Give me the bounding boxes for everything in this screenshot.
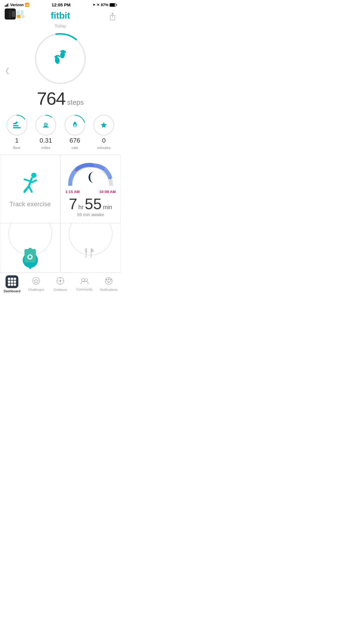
cals-value: 676 (69, 137, 80, 144)
minutes-value: 0 (102, 137, 106, 144)
miles-value: 0.31 (40, 137, 52, 144)
svg-point-49 (82, 279, 85, 281)
app-header: ((·)) fitbit (0, 8, 121, 23)
nav-community[interactable]: Community (72, 277, 96, 291)
status-bar: Verizon 📶 12:05 PM ➤ ⨯️ 87% (0, 0, 121, 8)
metric-minutes[interactable]: 0 minutes (93, 115, 114, 150)
svg-point-36 (29, 256, 31, 258)
log-icon (22, 247, 38, 264)
nav-dashboard-label: Dashboard (4, 289, 20, 293)
metrics-row: 1 floor 0.31 miles (0, 112, 121, 155)
metric-floors[interactable]: 1 floor (6, 115, 27, 150)
bottom-nav: Dashboard Challenges Guidance (0, 273, 121, 298)
steps-circle (33, 31, 88, 86)
svg-point-53 (108, 279, 109, 280)
minutes-circle (93, 115, 114, 136)
exercise-card[interactable]: Track exercise (0, 155, 60, 223)
dashboard-icon (6, 275, 18, 288)
device-battery (17, 15, 23, 18)
steps-count: 764 (37, 88, 65, 109)
sleep-awake-label: 59 min awake (77, 212, 104, 217)
svg-point-50 (85, 279, 87, 281)
wifi-icon: 📶 (25, 3, 29, 7)
device-row: ((·)) (5, 8, 24, 20)
svg-marker-42 (34, 279, 38, 283)
nav-dashboard[interactable]: Dashboard (0, 275, 24, 293)
minutes-label: minutes (97, 146, 110, 150)
nav-challenges[interactable]: Challenges (24, 277, 48, 291)
date-label: Today (0, 23, 121, 29)
miles-label: miles (41, 146, 50, 150)
sleep-hours-value: 7 (69, 196, 77, 211)
sleep-hr-unit: hr (78, 204, 84, 211)
sleep-end-time: 10:09 AM (99, 190, 116, 194)
status-right: ➤ ⨯️ 87% (93, 3, 116, 7)
nav-community-label: Community (76, 288, 93, 291)
nav-notifications-label: Notifications (100, 288, 117, 291)
svg-point-44 (59, 280, 61, 282)
metric-cals[interactable]: 676 cals (64, 115, 85, 150)
community-icon (80, 277, 89, 286)
steps-section: ❮ 764 st (0, 29, 121, 112)
nav-notifications[interactable]: Notifications (96, 277, 121, 291)
sleep-duration: 7 hr 55 min (69, 196, 112, 211)
svg-rect-39 (87, 248, 87, 252)
floors-label: floor (13, 146, 20, 150)
carrier-label: Verizon (10, 3, 24, 7)
food-icon (83, 247, 98, 264)
device-signal: ((·)) (17, 10, 24, 18)
svg-rect-34 (29, 248, 32, 250)
time-display: 12:05 PM (52, 2, 71, 7)
floors-value: 1 (15, 137, 19, 144)
share-button[interactable] (109, 13, 116, 22)
sleep-times: 1:15 AM 10:09 AM (65, 190, 116, 194)
app-title: fitbit (51, 10, 70, 21)
svg-point-28 (31, 173, 36, 178)
nav-challenges-label: Challenges (28, 288, 44, 291)
miles-circle (35, 115, 56, 136)
location-icon: ➤ (93, 3, 95, 7)
sleep-min-unit: min (103, 204, 112, 211)
svg-point-54 (110, 279, 111, 281)
svg-rect-40 (91, 248, 92, 258)
nav-guidance-label: Guidance (53, 288, 67, 291)
svg-point-20 (36, 115, 56, 135)
device-image (5, 8, 16, 20)
cals-label: cals (71, 146, 78, 150)
svg-point-52 (106, 279, 107, 281)
steps-display: 764 steps (37, 88, 84, 109)
sleep-card[interactable]: 1:15 AM 10:09 AM 7 hr 55 min 59 min awak… (60, 155, 121, 223)
steps-unit: steps (67, 98, 84, 106)
footsteps-icon (51, 47, 70, 70)
svg-rect-37 (86, 248, 87, 258)
previous-day-button[interactable]: ❮ (5, 67, 10, 74)
notifications-icon (105, 277, 113, 287)
exercise-icon (16, 170, 45, 200)
sleep-minutes-value: 55 (85, 196, 102, 211)
sleep-start-time: 1:15 AM (65, 190, 80, 194)
svg-point-26 (94, 115, 114, 135)
log-card[interactable]: + (0, 223, 60, 273)
status-left: Verizon 📶 (5, 3, 29, 7)
battery-icon (110, 3, 116, 7)
cals-circle (64, 115, 85, 136)
nav-guidance[interactable]: Guidance (48, 277, 73, 291)
sleep-gauge (67, 161, 114, 187)
cards-grid: Track exercise (0, 155, 121, 273)
bluetooth-icon: ⨯️ (96, 3, 100, 7)
battery-percent: 87% (101, 3, 108, 7)
signal-bars (5, 3, 9, 7)
guidance-icon (56, 277, 64, 287)
metric-miles[interactable]: 0.31 miles (35, 115, 56, 150)
floors-circle (6, 115, 27, 136)
food-card[interactable] (60, 223, 121, 273)
add-dot (29, 267, 31, 269)
signal-waves-icon: ((·)) (17, 10, 24, 14)
challenges-icon (32, 277, 40, 287)
exercise-label: Track exercise (9, 200, 51, 208)
